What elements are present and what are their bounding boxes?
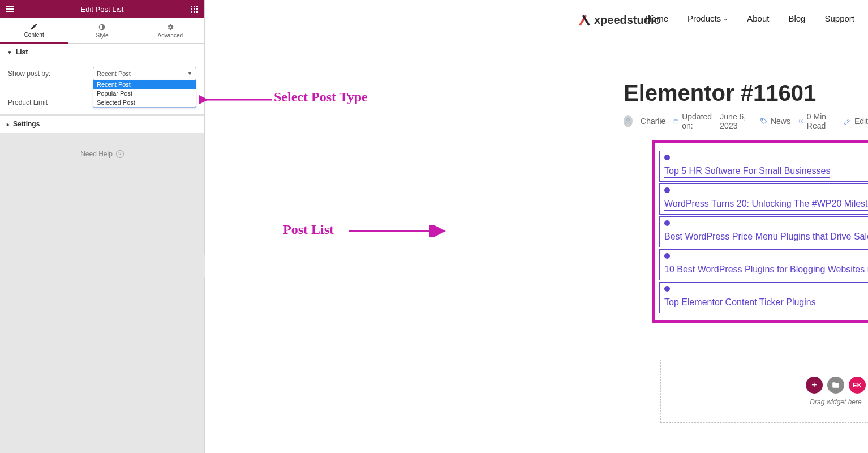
clock-icon <box>798 117 804 125</box>
gear-icon <box>166 23 174 31</box>
section-settings[interactable]: ▸ Settings <box>0 115 204 133</box>
tab-style[interactable]: Style <box>68 18 136 44</box>
folder-button[interactable] <box>827 377 844 394</box>
caret-right-icon: ▸ <box>7 121 10 127</box>
help-icon: ? <box>116 150 124 158</box>
main-nav: Home Products⌄ About Blog Support <box>646 14 854 23</box>
bullet-icon <box>664 220 670 226</box>
tab-content[interactable]: Content <box>0 18 68 44</box>
show-post-by-dropdown: Recent Post Popular Post Selected Post <box>93 80 196 108</box>
nav-home[interactable]: Home <box>646 14 668 23</box>
svg-rect-2 <box>674 119 678 123</box>
tag-icon <box>760 117 768 125</box>
page-title: Elementor #11601 <box>624 80 816 106</box>
avatar <box>624 115 633 127</box>
post-list-widget[interactable]: Top 5 HR Software For Small Businesses W… <box>652 140 868 323</box>
chevron-down-icon: ▼ <box>187 71 192 76</box>
edit-link[interactable]: Edit <box>844 117 868 126</box>
post-title[interactable]: WordPress Turns 20: Unlocking The #WP20 … <box>664 199 868 211</box>
bullet-icon <box>664 253 670 259</box>
pencil-icon <box>30 23 38 31</box>
folder-icon <box>832 381 840 389</box>
list-item[interactable]: Top 5 HR Software For Small Businesses <box>659 151 868 182</box>
post-title[interactable]: 10 Best WordPress Plugins for Blogging W… <box>664 264 868 276</box>
list-item[interactable]: Best WordPress Price Menu Plugins that D… <box>659 216 868 247</box>
calendar-icon <box>673 117 679 125</box>
bullet-icon <box>664 286 670 292</box>
caret-down-icon: ▼ <box>7 49 12 55</box>
list-item[interactable]: Top Elementor Content Ticker Plugins <box>659 282 868 313</box>
category[interactable]: News <box>760 117 790 126</box>
list-item[interactable]: WordPress Turns 20: Unlocking The #WP20 … <box>659 183 868 215</box>
post-title[interactable]: Top 5 HR Software For Small Businesses <box>664 166 830 178</box>
chevron-down-icon: ⌄ <box>723 15 728 22</box>
nav-blog[interactable]: Blog <box>788 14 805 23</box>
read-time: 0 Min Read <box>798 112 836 130</box>
panel-tabs: Content Style Advanced <box>0 18 204 44</box>
svg-point-1 <box>627 118 630 121</box>
elementskit-button[interactable]: EK <box>849 377 866 394</box>
widgets-grid-icon[interactable] <box>184 0 204 18</box>
post-meta: Charlie Updated on: June 6, 2023 News 0 … <box>624 112 868 130</box>
list-item[interactable]: 10 Best WordPress Plugins for Blogging W… <box>659 249 868 280</box>
elementor-panel: Edit Post List Content Style Advanced ▼ … <box>0 0 205 453</box>
nav-support[interactable]: Support <box>824 14 854 23</box>
drop-zone-text: Drag widget here <box>810 398 861 406</box>
post-title[interactable]: Best WordPress Price Menu Plugins that D… <box>664 232 868 243</box>
show-post-by-label: Show post by: <box>8 70 93 78</box>
nav-about[interactable]: About <box>747 14 769 23</box>
preview-area: xpeedstudio Home Products⌄ About Blog Su… <box>205 0 868 453</box>
need-help[interactable]: Need Help ? <box>0 133 204 175</box>
section-list[interactable]: ▼ List <box>0 44 204 61</box>
add-widget-button[interactable]: + <box>806 377 823 394</box>
option-selected-post[interactable]: Selected Post <box>93 98 196 107</box>
author[interactable]: Charlie <box>641 117 665 126</box>
nav-products[interactable]: Products⌄ <box>687 14 728 23</box>
tab-advanced[interactable]: Advanced <box>136 18 204 44</box>
bullet-icon <box>664 155 670 160</box>
show-post-by-select[interactable]: Recent Post ▼ <box>93 67 196 80</box>
panel-header: Edit Post List <box>0 0 204 18</box>
product-limit-label: Product Limit <box>8 99 93 106</box>
option-recent-post[interactable]: Recent Post <box>93 80 196 89</box>
option-popular-post[interactable]: Popular Post <box>93 89 196 98</box>
style-icon <box>98 23 106 31</box>
panel-title: Edit Post List <box>81 5 124 14</box>
bullet-icon <box>664 187 670 193</box>
pencil-icon <box>844 117 852 125</box>
svg-point-3 <box>762 119 763 121</box>
control-show-post-by: Show post by: Recent Post ▼ Recent Post … <box>0 61 204 86</box>
menu-icon[interactable] <box>0 0 20 18</box>
logo-mark-icon <box>578 14 591 27</box>
updated-date: Updated on: June 6, 2023 <box>673 112 752 130</box>
post-title[interactable]: Top Elementor Content Ticker Plugins <box>664 297 816 309</box>
widget-drop-zone[interactable]: + EK Drag widget here <box>660 360 868 423</box>
